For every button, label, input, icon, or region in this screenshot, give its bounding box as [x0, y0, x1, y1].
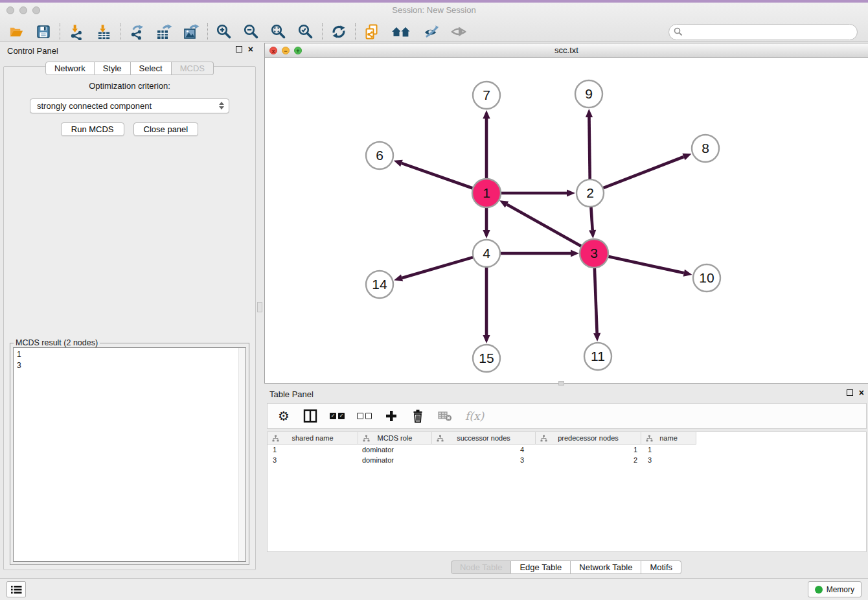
edge-4-14[interactable] [402, 257, 474, 278]
task-history-button[interactable] [6, 581, 26, 597]
edge-3-10[interactable] [608, 256, 684, 273]
tab-mcds[interactable]: MCDS [172, 62, 214, 75]
control-panel-title: Control Panel [2, 46, 58, 56]
tab-edge-table[interactable]: Edge Table [511, 560, 571, 574]
split-view-icon[interactable] [303, 408, 317, 424]
mcds-result-area[interactable]: 1 3 [13, 347, 246, 562]
column-header-successor-nodes[interactable]: successor nodes [432, 432, 536, 444]
zoom-in-icon[interactable] [216, 23, 233, 40]
duplicate-network-icon[interactable] [363, 23, 380, 40]
optimization-criterion-select[interactable]: strongly connected component [30, 98, 229, 113]
open-folder-icon[interactable] [8, 23, 25, 40]
import-table-icon[interactable] [95, 23, 112, 40]
add-column-icon[interactable] [384, 408, 398, 424]
hide-details-eye-icon[interactable] [423, 23, 440, 40]
close-network-icon[interactable]: x [269, 47, 277, 54]
table-cell[interactable]: 1 [536, 444, 641, 455]
edge-3-11[interactable] [595, 267, 597, 333]
run-mcds-button[interactable]: Run MCDS [61, 122, 124, 136]
edge-arrowhead [483, 230, 490, 238]
table-cell[interactable]: 3 [641, 455, 696, 465]
edge-arrowhead [483, 335, 490, 343]
main-titlebar[interactable]: Session: New Session [0, 3, 868, 18]
refresh-icon[interactable] [330, 23, 347, 40]
show-details-eye-icon[interactable] [450, 23, 467, 40]
window-controls[interactable] [6, 6, 40, 14]
node-table[interactable]: shared nameMCDS rolesuccessor nodesprede… [267, 432, 867, 552]
save-icon[interactable] [35, 23, 52, 40]
float-table-panel-icon[interactable] [847, 389, 853, 396]
graph-node-label: 4 [483, 246, 490, 260]
result-scrollbar[interactable] [238, 348, 246, 561]
tab-network[interactable]: Network [45, 62, 95, 75]
table-tabs-bar: Node TableEdge TableNetwork TableMotifs [264, 560, 868, 574]
export-table-icon[interactable] [155, 23, 172, 40]
column-header-predecessor-nodes[interactable]: predecessor nodes [536, 432, 641, 444]
edge-3-1[interactable] [507, 205, 582, 247]
column-header-name[interactable]: name [641, 432, 696, 444]
panel-splitter-handle[interactable] [257, 302, 262, 312]
table-cell[interactable]: 1 [268, 444, 358, 455]
delete-table-icon[interactable] [437, 408, 453, 424]
close-window-button[interactable] [6, 6, 14, 14]
close-panel-icon[interactable]: × [248, 45, 253, 53]
search-input[interactable] [668, 24, 858, 40]
tab-node-table[interactable]: Node Table [451, 560, 512, 574]
zoom-selected-icon[interactable] [297, 23, 314, 40]
table-cell[interactable]: dominator [358, 455, 432, 465]
tab-style[interactable]: Style [95, 62, 131, 75]
table-row[interactable]: 1dominator411 [268, 444, 866, 455]
mcds-result-title: MCDS result (2 nodes) [14, 338, 100, 347]
export-image-icon[interactable] [183, 23, 200, 40]
select-all-columns-icon[interactable]: ✓✓ [330, 408, 345, 424]
maximize-window-button[interactable] [32, 6, 40, 14]
table-cell[interactable]: dominator [358, 444, 432, 455]
memory-status-icon [815, 586, 823, 594]
table-cell[interactable]: 1 [641, 444, 696, 455]
edge-arrowhead [682, 154, 691, 160]
float-panel-icon[interactable] [236, 46, 242, 52]
status-bar: Memory [0, 578, 868, 600]
close-panel-button[interactable]: Close panel [133, 122, 199, 136]
graph-node-label: 8 [702, 141, 709, 156]
edge-2-3[interactable] [591, 207, 592, 230]
column-header-shared-name[interactable]: shared name [268, 432, 358, 444]
delete-column-icon[interactable] [411, 408, 425, 424]
table-cell[interactable]: 4 [432, 444, 536, 455]
canvas-resize-handle[interactable] [558, 381, 564, 386]
main-toolbar [0, 21, 868, 43]
close-table-panel-icon[interactable]: × [859, 389, 864, 397]
graph-node-label: 14 [372, 277, 387, 292]
edge-arrowhead [683, 270, 692, 277]
edge-1-6[interactable] [402, 163, 474, 189]
memory-button[interactable]: Memory [808, 581, 862, 597]
network-graph[interactable]: 1234678910111415 [265, 58, 867, 383]
tab-network-table[interactable]: Network Table [571, 560, 641, 574]
tab-motifs[interactable]: Motifs [641, 560, 681, 574]
zoom-fit-icon[interactable] [270, 23, 287, 40]
table-row[interactable]: 3dominator323 [268, 455, 866, 465]
minimize-network-icon[interactable]: − [282, 47, 290, 54]
table-cell[interactable]: 3 [432, 455, 536, 465]
edge-2-8[interactable] [603, 157, 684, 188]
homes-icon[interactable] [391, 23, 413, 40]
function-builder-icon[interactable]: f(x) [465, 408, 484, 424]
unselect-all-columns-icon[interactable] [357, 408, 372, 424]
minimize-window-button[interactable] [19, 6, 27, 14]
gear-icon[interactable]: ⚙ [277, 408, 291, 424]
import-network-icon[interactable] [68, 23, 85, 40]
column-header-MCDS-role[interactable]: MCDS role [358, 432, 432, 444]
edge-2-9[interactable] [589, 117, 589, 179]
tab-select[interactable]: Select [131, 62, 172, 75]
maximize-network-icon[interactable]: + [294, 47, 302, 54]
list-icon [10, 584, 22, 595]
export-network-icon[interactable] [128, 23, 145, 40]
table-cell[interactable]: 2 [536, 455, 641, 465]
search-field[interactable] [668, 24, 858, 40]
table-cell[interactable]: 3 [268, 455, 358, 465]
edge-arrowhead [394, 275, 403, 282]
graph-node-label: 1 [483, 185, 490, 200]
network-window-titlebar[interactable]: x − + scc.txt [265, 43, 868, 58]
network-canvas[interactable]: 1234678910111415 [265, 58, 867, 383]
zoom-out-icon[interactable] [243, 23, 260, 40]
